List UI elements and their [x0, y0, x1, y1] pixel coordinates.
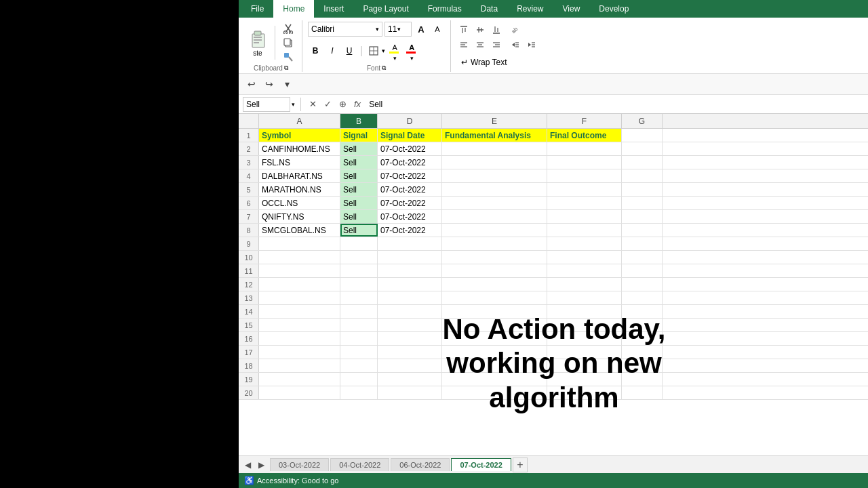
col-header-b[interactable]: B — [340, 114, 378, 128]
name-box-dropdown[interactable]: ▾ — [292, 101, 295, 108]
cell-g3[interactable] — [622, 156, 663, 169]
tab-nav-left-button[interactable]: ◀ — [241, 459, 254, 471]
tab-nav-right-button[interactable]: ▶ — [255, 459, 267, 471]
paste-button[interactable]: ste — [245, 26, 270, 58]
cell-a9[interactable] — [259, 237, 340, 250]
font-expand-icon[interactable]: ⧉ — [382, 64, 386, 72]
cell-b1[interactable]: Signal — [340, 129, 378, 142]
cell-e18[interactable] — [442, 359, 547, 372]
cell-g17[interactable] — [622, 346, 663, 359]
cell-b2[interactable]: Sell — [340, 142, 378, 155]
cell-b11[interactable] — [340, 264, 378, 277]
font-size-selector[interactable]: 11 ▾ — [384, 22, 412, 37]
more-qa-button[interactable]: ▾ — [279, 77, 294, 92]
cell-a4[interactable]: DALBHARAT.NS — [259, 169, 340, 182]
cell-b17[interactable] — [340, 346, 378, 359]
align-center-button[interactable] — [473, 38, 488, 52]
border-button[interactable] — [366, 43, 381, 58]
cell-e10[interactable] — [442, 251, 547, 264]
tab-data[interactable]: Data — [471, 0, 507, 18]
cell-a7[interactable]: QNIFTY.NS — [259, 210, 340, 223]
cell-g20[interactable] — [622, 386, 663, 399]
cell-e14[interactable] — [442, 305, 547, 318]
cell-e2[interactable] — [442, 142, 547, 155]
cell-d6[interactable]: 07-Oct-2022 — [378, 197, 442, 209]
cell-f14[interactable] — [547, 305, 622, 318]
font-grow-button[interactable]: A — [414, 22, 429, 37]
cell-e5[interactable] — [442, 183, 547, 196]
cancel-formula-button[interactable]: ✕ — [307, 98, 319, 110]
cell-g15[interactable] — [622, 319, 663, 331]
cell-b3[interactable]: Sell — [340, 156, 378, 169]
cell-d18[interactable] — [378, 359, 442, 372]
cell-b20[interactable] — [340, 386, 378, 399]
cell-g5[interactable] — [622, 183, 663, 196]
col-header-f[interactable]: F — [547, 114, 622, 128]
cell-f15[interactable] — [547, 319, 622, 331]
cell-f11[interactable] — [547, 264, 622, 277]
formula-input[interactable] — [366, 100, 865, 109]
cell-a17[interactable] — [259, 346, 340, 359]
cell-b15[interactable] — [340, 319, 378, 331]
cell-f16[interactable] — [547, 332, 622, 345]
font-shrink-button[interactable]: A — [430, 22, 445, 37]
cell-b4[interactable]: Sell — [340, 169, 378, 182]
cell-g16[interactable] — [622, 332, 663, 345]
cell-g18[interactable] — [622, 359, 663, 372]
cell-a11[interactable] — [259, 264, 340, 277]
cell-g6[interactable] — [622, 197, 663, 209]
cell-f3[interactable] — [547, 156, 622, 169]
redo-button[interactable]: ↪ — [262, 77, 277, 92]
tab-develop[interactable]: Develop — [589, 0, 638, 18]
orientation-button[interactable]: ab — [508, 23, 521, 37]
sheet-tab-07oct[interactable]: 07-Oct-2022 — [451, 458, 511, 471]
cell-b7[interactable]: Sell — [340, 210, 378, 223]
cell-d5[interactable]: 07-Oct-2022 — [378, 183, 442, 196]
fill-color-button[interactable]: A — [387, 40, 402, 55]
cell-g19[interactable] — [622, 373, 663, 386]
underline-button[interactable]: U — [342, 43, 357, 58]
cell-e1[interactable]: Fundamental Analysis — [442, 129, 547, 142]
increase-indent-button[interactable] — [524, 38, 539, 52]
cell-b5[interactable]: Sell — [340, 183, 378, 196]
tab-formulas[interactable]: Formulas — [418, 0, 471, 18]
cell-e15[interactable] — [442, 319, 547, 331]
wrap-text-button[interactable]: ↵ Wrap Text — [456, 56, 512, 69]
cell-e13[interactable] — [442, 291, 547, 304]
cell-b14[interactable] — [340, 305, 378, 318]
tab-file[interactable]: File — [241, 0, 273, 18]
name-box[interactable]: Sell — [243, 97, 290, 112]
cell-d10[interactable] — [378, 251, 442, 264]
confirm-formula-button[interactable]: ✓ — [321, 98, 334, 110]
bold-button[interactable]: B — [308, 43, 323, 58]
cell-d3[interactable]: 07-Oct-2022 — [378, 156, 442, 169]
cell-f4[interactable] — [547, 169, 622, 182]
cell-b8[interactable]: Sell — [340, 224, 378, 237]
cell-d14[interactable] — [378, 305, 442, 318]
cell-e16[interactable] — [442, 332, 547, 345]
cell-g13[interactable] — [622, 291, 663, 304]
cell-a2[interactable]: CANFINHOME.NS — [259, 142, 340, 155]
cell-f8[interactable] — [547, 224, 622, 237]
cell-e6[interactable] — [442, 197, 547, 209]
cell-d9[interactable] — [378, 237, 442, 250]
col-header-d[interactable]: D — [378, 114, 442, 128]
cell-f12[interactable] — [547, 278, 622, 291]
cell-g7[interactable] — [622, 210, 663, 223]
tab-home[interactable]: Home — [273, 0, 314, 18]
tab-page-layout[interactable]: Page Layout — [353, 0, 418, 18]
cell-f13[interactable] — [547, 291, 622, 304]
cell-a5[interactable]: MARATHON.NS — [259, 183, 340, 196]
col-header-e[interactable]: E — [442, 114, 547, 128]
cut-button[interactable] — [280, 22, 296, 35]
align-top-button[interactable] — [456, 23, 471, 37]
cell-f17[interactable] — [547, 346, 622, 359]
cell-a1[interactable]: Symbol — [259, 129, 340, 142]
cell-a12[interactable] — [259, 278, 340, 291]
cell-e12[interactable] — [442, 278, 547, 291]
cell-f1[interactable]: Final Outcome — [547, 129, 622, 142]
undo-button[interactable]: ↩ — [244, 77, 259, 92]
cell-d17[interactable] — [378, 346, 442, 359]
cell-e20[interactable] — [442, 386, 547, 399]
cell-d19[interactable] — [378, 373, 442, 386]
